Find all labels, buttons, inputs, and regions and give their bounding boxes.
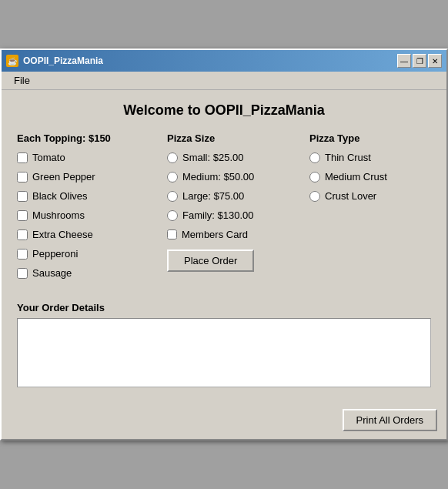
members-card-checkbox[interactable] <box>167 229 177 239</box>
type-medium-crust-radio[interactable] <box>309 172 320 183</box>
title-bar: ☕ OOPII_PizzaMania — ❐ ✕ <box>2 50 446 72</box>
type-thin-crust-label: Thin Crust <box>325 152 371 163</box>
order-details-textarea[interactable] <box>17 318 431 387</box>
main-columns: Each Topping: $150 Tomato Green Pepper B… <box>17 132 431 286</box>
size-large-radio[interactable] <box>167 191 178 202</box>
size-large-label: Large: $75.00 <box>182 190 244 202</box>
extra-cheese-checkbox[interactable] <box>17 229 28 240</box>
topping-black-olives: Black Olives <box>17 190 167 202</box>
title-bar-left: ☕ OOPII_PizzaMania <box>6 55 103 67</box>
type-medium-crust: Medium Crust <box>309 171 431 183</box>
order-section: Your Order Details <box>17 299 431 390</box>
sausage-checkbox[interactable] <box>17 268 28 279</box>
window-title: OOPII_PizzaMania <box>23 55 103 66</box>
size-family: Family: $130.00 <box>167 209 309 221</box>
size-large: Large: $75.00 <box>167 190 309 202</box>
pepperoni-label: Pepperoni <box>32 248 78 260</box>
size-medium-label: Medium: $50.00 <box>182 171 254 183</box>
size-small-label: Small: $25.00 <box>182 152 244 163</box>
black-olives-label: Black Olives <box>32 190 88 202</box>
bottom-bar: Print All Orders <box>2 403 446 439</box>
green-pepper-checkbox[interactable] <box>17 172 28 183</box>
tomato-label: Tomato <box>32 152 65 163</box>
size-family-radio[interactable] <box>167 210 178 221</box>
type-thin-crust-radio[interactable] <box>309 152 320 163</box>
type-medium-crust-label: Medium Crust <box>325 171 387 183</box>
type-thin-crust: Thin Crust <box>309 152 431 163</box>
type-crust-lover: Crust Lover <box>309 190 431 202</box>
toppings-column: Each Topping: $150 Tomato Green Pepper B… <box>17 132 167 286</box>
size-header: Pizza Size <box>167 132 309 144</box>
order-details-label: Your Order Details <box>17 302 431 313</box>
sausage-label: Sausage <box>32 267 72 279</box>
app-icon: ☕ <box>6 55 18 67</box>
minimize-button[interactable]: — <box>397 54 411 68</box>
tomato-checkbox[interactable] <box>17 152 28 163</box>
size-small: Small: $25.00 <box>167 152 309 163</box>
type-crust-lover-label: Crust Lover <box>325 190 376 202</box>
topping-mushrooms: Mushrooms <box>17 209 167 221</box>
mushrooms-label: Mushrooms <box>32 209 85 221</box>
maximize-button[interactable]: ❐ <box>413 54 426 68</box>
size-column: Pizza Size Small: $25.00 Medium: $50.00 … <box>167 132 309 286</box>
topping-pepperoni: Pepperoni <box>17 248 167 260</box>
topping-extra-cheese: Extra Cheese <box>17 229 167 240</box>
content-area: Welcome to OOPII_PizzaMania Each Topping… <box>2 90 446 403</box>
green-pepper-label: Green Pepper <box>32 171 95 183</box>
topping-tomato: Tomato <box>17 152 167 163</box>
size-medium-radio[interactable] <box>167 172 178 183</box>
file-menu[interactable]: File <box>8 73 36 88</box>
mushrooms-checkbox[interactable] <box>17 210 28 221</box>
title-bar-buttons: — ❐ ✕ <box>397 54 442 68</box>
black-olives-checkbox[interactable] <box>17 191 28 202</box>
main-window: ☕ OOPII_PizzaMania — ❐ ✕ File Welcome to… <box>0 49 448 440</box>
menu-bar: File <box>2 72 446 90</box>
close-button[interactable]: ✕ <box>428 54 442 68</box>
topping-sausage: Sausage <box>17 267 167 279</box>
page-title: Welcome to OOPII_PizzaMania <box>17 102 431 119</box>
type-header: Pizza Type <box>309 132 431 144</box>
toppings-header: Each Topping: $150 <box>17 132 167 144</box>
size-small-radio[interactable] <box>167 152 178 163</box>
extra-cheese-label: Extra Cheese <box>32 229 93 240</box>
pepperoni-checkbox[interactable] <box>17 249 28 260</box>
members-card-label: Members Card <box>182 229 248 240</box>
size-medium: Medium: $50.00 <box>167 171 309 183</box>
type-crust-lover-radio[interactable] <box>309 191 320 202</box>
size-family-label: Family: $130.00 <box>182 209 254 221</box>
members-card-row: Members Card <box>167 229 309 240</box>
type-column: Pizza Type Thin Crust Medium Crust Crust… <box>309 132 431 286</box>
topping-green-pepper: Green Pepper <box>17 171 167 183</box>
place-order-button[interactable]: Place Order <box>167 250 254 272</box>
print-all-button[interactable]: Print All Orders <box>343 409 437 431</box>
